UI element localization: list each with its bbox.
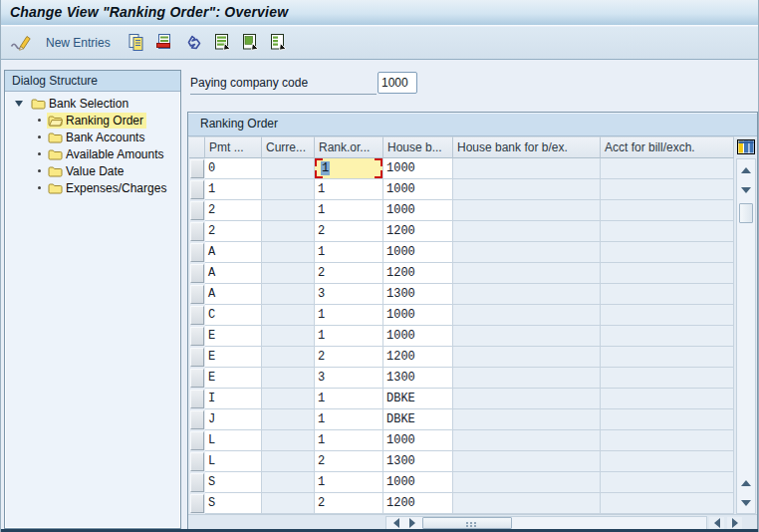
cell-currency[interactable] <box>262 472 315 493</box>
cell-house-bank[interactable]: 1000 <box>383 179 453 200</box>
delete-button[interactable] <box>152 31 176 55</box>
cell-rank-order[interactable]: 1 <box>315 389 383 409</box>
cell-house-bank[interactable]: DBKE <box>383 409 453 430</box>
cell-currency[interactable] <box>262 158 315 179</box>
cell-house-bank-bex[interactable] <box>453 200 601 221</box>
cell-rank-order[interactable]: 2 <box>315 263 383 284</box>
cell-acct-bex[interactable] <box>601 200 734 221</box>
tree-node-ranking-order[interactable]: Ranking Order <box>5 112 180 129</box>
cell-acct-bex[interactable] <box>601 347 734 368</box>
tree-node-bank-accounts[interactable]: Bank Accounts <box>5 129 180 145</box>
cell-currency[interactable] <box>262 263 315 284</box>
table-row[interactable]: 0 1 1000 <box>189 158 734 179</box>
tree-node-available-amounts[interactable]: Available Amounts <box>5 145 180 162</box>
row-select-button[interactable] <box>190 431 204 450</box>
tree-node-value-date[interactable]: Value Date <box>5 162 180 179</box>
cell-pmt-method[interactable]: L <box>205 430 262 451</box>
cell-house-bank-bex[interactable] <box>453 263 601 284</box>
row-select-button[interactable] <box>190 390 204 408</box>
column-right-button[interactable] <box>727 517 742 529</box>
cell-currency[interactable] <box>262 493 315 514</box>
table-row[interactable]: E 3 1300 <box>189 368 734 389</box>
horizontal-scroll-track[interactable] <box>385 516 707 530</box>
cell-house-bank[interactable]: 1000 <box>383 200 453 221</box>
cell-house-bank-bex[interactable] <box>453 409 601 430</box>
cell-currency[interactable] <box>262 179 315 200</box>
page-down-button[interactable] <box>738 495 754 511</box>
table-row[interactable]: C 1 1000 <box>189 305 734 326</box>
cell-house-bank[interactable]: 1300 <box>383 284 453 305</box>
cell-house-bank-bex[interactable] <box>453 472 601 493</box>
cell-pmt-method[interactable]: A <box>205 284 262 305</box>
table-row[interactable]: A 2 1200 <box>189 263 734 284</box>
cell-house-bank-bex[interactable] <box>453 158 601 179</box>
cell-acct-bex[interactable] <box>601 179 734 200</box>
cell-pmt-method[interactable]: E <box>205 347 262 368</box>
page-up-button[interactable] <box>738 475 754 491</box>
cell-acct-bex[interactable] <box>601 430 734 451</box>
cell-acct-bex[interactable] <box>601 305 734 326</box>
cell-rank-order[interactable]: 1 <box>315 326 383 347</box>
cell-currency[interactable] <box>262 389 315 409</box>
row-select-button[interactable] <box>190 180 204 199</box>
cell-currency[interactable] <box>262 221 315 242</box>
row-select-button[interactable] <box>190 306 204 325</box>
cell-acct-bex[interactable] <box>601 284 734 305</box>
cell-house-bank[interactable]: 1000 <box>383 472 453 493</box>
cell-pmt-method[interactable]: 0 <box>205 158 262 179</box>
cell-house-bank-bex[interactable] <box>453 179 601 200</box>
cell-currency[interactable] <box>262 347 315 368</box>
table-row[interactable]: 1 1 1000 <box>189 179 734 200</box>
cell-acct-bex[interactable] <box>601 221 734 242</box>
cell-rank-order[interactable]: 2 <box>315 493 383 514</box>
scroll-up-button[interactable] <box>738 162 754 178</box>
cell-house-bank-bex[interactable] <box>453 284 601 305</box>
row-select-button[interactable] <box>190 369 204 388</box>
cell-house-bank[interactable]: 1000 <box>383 305 453 326</box>
cell-currency[interactable] <box>262 242 315 263</box>
cell-house-bank[interactable]: 1000 <box>383 430 453 451</box>
cell-currency[interactable] <box>262 200 315 221</box>
row-select-button[interactable] <box>190 159 204 178</box>
vertical-scroll-thumb[interactable] <box>739 203 753 223</box>
cell-acct-bex[interactable] <box>601 368 734 389</box>
row-select-button[interactable] <box>190 222 204 241</box>
cell-currency[interactable] <box>262 430 315 451</box>
scroll-right-button[interactable] <box>405 518 419 528</box>
cell-currency[interactable] <box>262 368 315 389</box>
cell-house-bank[interactable]: 1000 <box>383 158 453 179</box>
cell-house-bank-bex[interactable] <box>453 242 601 263</box>
row-select-button[interactable] <box>190 264 204 283</box>
cell-rank-order[interactable]: 1 <box>315 179 383 200</box>
cell-rank-order[interactable]: 1 <box>315 200 383 221</box>
table-row[interactable]: 2 2 1200 <box>189 221 734 242</box>
cell-currency[interactable] <box>262 305 315 326</box>
cell-acct-bex[interactable] <box>601 472 734 493</box>
cell-pmt-method[interactable]: L <box>205 451 262 472</box>
deselect-all-button[interactable] <box>266 31 290 55</box>
cell-currency[interactable] <box>262 284 315 305</box>
cell-pmt-method[interactable]: E <box>205 368 262 389</box>
table-row[interactable]: A 1 1000 <box>189 242 734 263</box>
row-select-button[interactable] <box>190 452 204 471</box>
cell-house-bank[interactable]: 1200 <box>383 263 453 284</box>
cell-pmt-method[interactable]: A <box>205 263 262 284</box>
table-row[interactable]: L 1 1000 <box>189 430 734 451</box>
horizontal-scrollbar[interactable] <box>188 514 757 530</box>
cell-house-bank-bex[interactable] <box>453 430 601 451</box>
cell-currency[interactable] <box>262 451 315 472</box>
cell-acct-bex[interactable] <box>601 409 734 430</box>
select-all-button[interactable] <box>210 31 234 55</box>
select-block-button[interactable] <box>238 31 262 55</box>
cell-acct-bex[interactable] <box>601 242 734 263</box>
cell-house-bank-bex[interactable] <box>453 493 601 514</box>
cell-rank-order[interactable]: 2 <box>315 347 383 368</box>
row-select-button[interactable] <box>190 327 204 346</box>
table-row[interactable]: E 1 1000 <box>189 326 734 347</box>
cell-house-bank-bex[interactable] <box>453 305 601 326</box>
cell-currency[interactable] <box>262 409 315 430</box>
row-select-button[interactable] <box>190 285 204 304</box>
cell-pmt-method[interactable]: E <box>205 326 262 347</box>
cell-house-bank[interactable]: 1200 <box>383 493 453 514</box>
cell-house-bank-bex[interactable] <box>453 221 601 242</box>
